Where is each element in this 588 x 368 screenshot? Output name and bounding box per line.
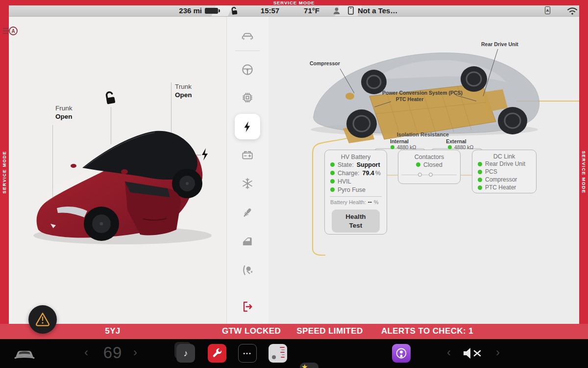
health-test-button[interactable]: Health Test <box>332 210 380 233</box>
status-dot <box>330 187 335 192</box>
alerts-warning-button[interactable] <box>28 305 57 334</box>
service-mode-label-left: SERVICE MODE <box>2 151 7 194</box>
trunk-state: Open <box>175 91 192 99</box>
tuner-app-icon[interactable] <box>269 344 287 363</box>
hv-state-row: State: Support <box>325 160 387 169</box>
sidebar-item-exit-service[interactable] <box>235 294 260 319</box>
tuner-tick <box>280 352 285 353</box>
sidebar-item-closures[interactable] <box>235 229 260 254</box>
sidebar-item-thermal[interactable] <box>235 171 260 196</box>
hv-battery-panel: HV Battery State: Support Charge: 79.4% … <box>324 150 387 235</box>
contactor-terminal <box>418 173 422 177</box>
sidebar-item-modules[interactable] <box>235 85 260 110</box>
dc-link-row: PCS <box>472 168 536 176</box>
status-dot <box>330 162 335 167</box>
auto-headlight-icon: A <box>2 25 20 38</box>
svg-text:A: A <box>11 28 15 34</box>
state-value: Support <box>357 161 380 168</box>
vin-label: 5YJ <box>105 326 120 336</box>
service-app-icon[interactable] <box>208 344 226 363</box>
podcasts-app-icon[interactable] <box>392 344 411 363</box>
vehicle-controls-icon[interactable] <box>13 344 36 362</box>
battery-health-row: Battery Health: -- % <box>325 198 387 206</box>
temp-increase-chevron[interactable]: › <box>133 345 137 360</box>
podcasts-icon <box>395 347 408 360</box>
tuner-tick <box>281 357 285 358</box>
cabin-temperature[interactable]: 69 <box>97 343 128 362</box>
dc-link-row: Compressor <box>472 176 536 184</box>
sidebar-item-high-voltage[interactable] <box>235 114 260 139</box>
health-value: -- <box>368 199 372 206</box>
12v-battery-icon <box>241 148 254 162</box>
bluetooth-device-name[interactable]: Not a Tes… <box>358 6 397 15</box>
panel-separator <box>330 196 382 197</box>
status-dot <box>330 179 335 184</box>
status-dot <box>478 162 482 166</box>
sidebar-item-low-voltage-battery[interactable] <box>235 142 260 168</box>
sidebar-divider <box>235 51 260 51</box>
tesla-service-mode-screen: 236 mi 15:57 71°F Not a Tes… A SERVICE M… <box>0 0 588 368</box>
external-status-dot <box>448 145 452 149</box>
hv-charge-row: Charge: 79.4% <box>325 169 387 177</box>
battery-range: 236 mi <box>162 6 202 15</box>
dc-link-item: PCS <box>485 168 497 175</box>
warning-triangle-icon <box>34 312 51 327</box>
frunk-status[interactable]: Frunk Open <box>55 104 73 121</box>
dc-link-row: Rear Drive Unit <box>472 160 536 168</box>
volume-down-chevron[interactable]: ‹ <box>447 345 451 360</box>
volume-muted-icon[interactable] <box>462 346 483 360</box>
volume-up-chevron[interactable]: › <box>496 345 500 360</box>
tuner-tick <box>281 349 285 350</box>
status-dot <box>478 185 482 190</box>
health-label: Battery Health: <box>330 199 366 205</box>
tuner-tick <box>280 347 285 348</box>
temp-decrease-chevron[interactable]: ‹ <box>84 345 88 360</box>
service-alert-bar <box>0 324 588 339</box>
internal-status-dot <box>391 145 394 149</box>
charge-label: Charge: <box>338 170 359 177</box>
unlocked-icon[interactable] <box>229 6 239 16</box>
ellipsis-glyph: ••• <box>243 350 252 356</box>
battery-icon <box>205 8 218 14</box>
contactor-terminal <box>429 173 433 177</box>
snowflake-icon <box>241 177 254 190</box>
wifi-icon[interactable] <box>566 6 578 15</box>
contactors-panel: Contactors Closed <box>398 150 461 184</box>
vehicle-unlocked-icon[interactable] <box>102 90 118 106</box>
sidebar-item-airbag[interactable] <box>235 258 260 283</box>
outside-temperature[interactable]: 71°F <box>296 6 327 15</box>
driver-profile-icon[interactable] <box>332 7 341 15</box>
airbag-icon <box>241 263 254 277</box>
state-label: State: <box>338 161 354 168</box>
toybox-app-icon[interactable]: ★ <box>300 363 318 368</box>
media-app-icon[interactable]: ♪ <box>176 344 195 363</box>
logout-icon <box>241 300 254 314</box>
dc-link-row: PTC Heater <box>472 184 536 191</box>
door-icon <box>241 235 254 248</box>
star-shape: ★ <box>301 363 308 368</box>
clock: 15:57 <box>255 6 285 15</box>
service-mode-banner: SERVICE MODE <box>0 0 588 5</box>
dc-link-title: DC Link <box>472 153 536 160</box>
isolation-resistance-title: Isolation Resistance <box>389 131 457 137</box>
status-dot <box>416 162 420 167</box>
service-mode-label-right: SERVICE MODE <box>581 151 586 194</box>
contactors-state: Closed <box>423 161 442 168</box>
all-apps-icon[interactable]: ••• <box>238 344 257 363</box>
sidebar-item-suspension[interactable] <box>235 200 260 225</box>
isolation-external-label: External <box>437 138 476 144</box>
speed-limited-label: SPEED LIMITED <box>296 326 363 336</box>
status-dot <box>478 170 482 174</box>
shock-absorber-icon <box>241 206 254 219</box>
status-dot <box>478 178 482 182</box>
sidebar-item-vehicle[interactable] <box>235 23 260 49</box>
dc-link-item: PTC Heater <box>485 184 516 191</box>
status-dot <box>330 171 335 175</box>
service-mode-frame-right: SERVICE MODE <box>579 5 588 339</box>
trunk-status[interactable]: Trunk Open <box>175 82 192 99</box>
wrench-icon <box>211 347 223 359</box>
sidebar-item-steering[interactable] <box>235 57 260 82</box>
alerts-to-check-label[interactable]: ALERTS TO CHECK: 1 <box>381 326 473 336</box>
battery-icon-tip <box>219 9 220 12</box>
dc-link-item: Compressor <box>485 176 517 183</box>
